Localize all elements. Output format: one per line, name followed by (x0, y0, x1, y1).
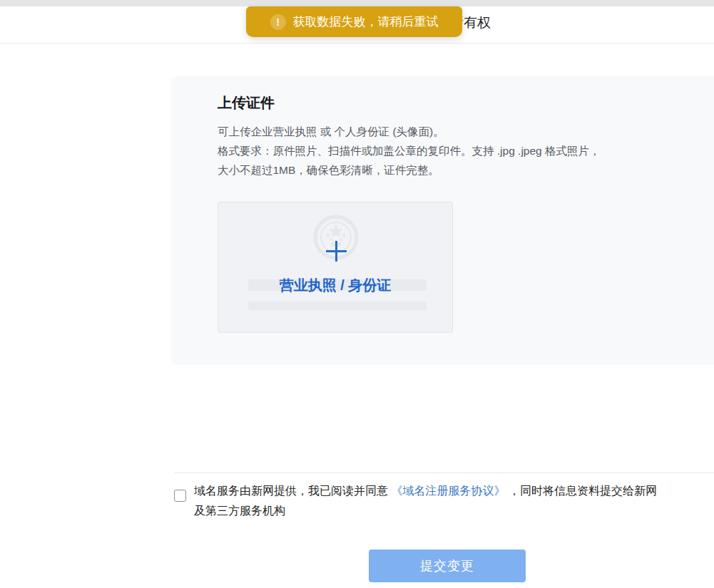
submit-change-button[interactable]: 提交变更 (369, 550, 526, 582)
description-line-1: 可上传企业营业执照 或 个人身份证 (头像面)。 (218, 122, 601, 141)
agreement-checkbox[interactable] (174, 490, 186, 502)
description-line-3: 大小不超过1MB，确保色彩清晰，证件完整。 (218, 160, 601, 180)
skeleton-bar (248, 301, 427, 310)
agreement-text-after-link: ，同时将信息资料提交给新网 (505, 485, 656, 497)
card-description: 可上传企业营业执照 或 个人身份证 (头像面)。 格式要求：原件照片、扫描件或加… (218, 122, 601, 180)
certificate-upload-dropzone[interactable]: 营业执照 / 身份证 (218, 202, 453, 333)
agreement-link[interactable]: 《域名注册服务协议》 (391, 485, 505, 497)
upload-label: 营业执照 / 身份证 (218, 276, 452, 295)
card-title: 上传证件 (218, 93, 275, 113)
footer-divider (174, 473, 714, 473)
agreement-line-2: 及第三方服务机构 (194, 505, 285, 517)
agreement-text-before-link: 域名服务由新网提供，我已阅读并同意 (194, 485, 391, 497)
header-divider (0, 43, 714, 43)
warning-icon: ! (270, 14, 286, 30)
description-line-2: 格式要求：原件照片、扫描件或加盖公章的复印件。支持 .jpg .jpeg 格式照… (218, 141, 601, 160)
agreement-text: 域名服务由新网提供，我已阅读并同意 《域名注册服务协议》 ，同时将信息资料提交给… (194, 481, 714, 521)
error-toast: ! 获取数据失败，请稍后重试 (246, 6, 462, 37)
upload-certificate-card: 上传证件 可上传企业营业执照 或 个人身份证 (头像面)。 格式要求：原件照片、… (171, 76, 714, 365)
top-bar (0, 0, 714, 6)
plus-icon (326, 241, 347, 262)
toast-message: 获取数据失败，请稍后重试 (293, 14, 439, 30)
